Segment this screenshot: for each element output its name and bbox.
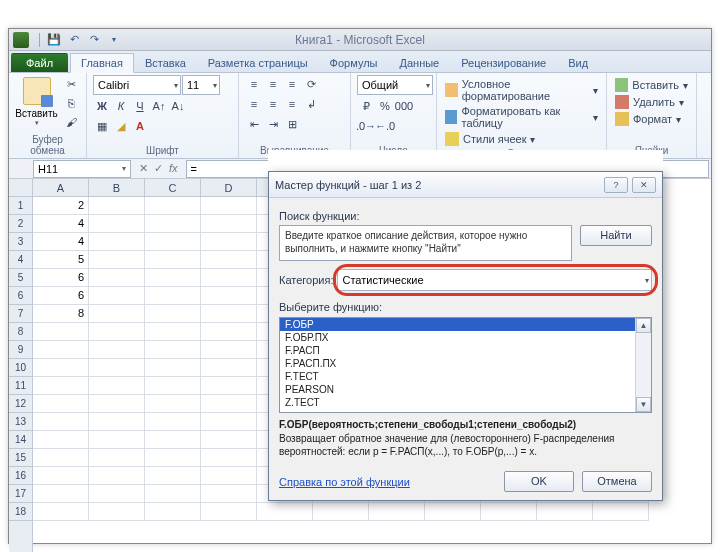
- delete-cells-button[interactable]: Удалить ▾: [613, 94, 690, 110]
- row-header[interactable]: 12: [9, 395, 32, 413]
- cut-icon[interactable]: ✂: [62, 75, 80, 93]
- cell[interactable]: [145, 431, 201, 449]
- cell[interactable]: [89, 269, 145, 287]
- cell[interactable]: [145, 449, 201, 467]
- cell[interactable]: [89, 395, 145, 413]
- cell[interactable]: [145, 305, 201, 323]
- increase-decimal-icon[interactable]: .0→: [357, 117, 375, 135]
- dialog-titlebar[interactable]: Мастер функций - шаг 1 из 2 ? ✕: [269, 172, 662, 198]
- row-header[interactable]: 17: [9, 485, 32, 503]
- cell[interactable]: [201, 467, 257, 485]
- row-header[interactable]: 14: [9, 431, 32, 449]
- cell[interactable]: [145, 269, 201, 287]
- ok-button[interactable]: OK: [504, 471, 574, 492]
- cell[interactable]: [89, 431, 145, 449]
- cell[interactable]: 2: [33, 197, 89, 215]
- function-list-item[interactable]: PEARSON: [280, 383, 651, 396]
- row-header[interactable]: 10: [9, 359, 32, 377]
- row-header[interactable]: 13: [9, 413, 32, 431]
- italic-button[interactable]: К: [112, 97, 130, 115]
- cell[interactable]: [145, 359, 201, 377]
- cell[interactable]: [145, 197, 201, 215]
- cell[interactable]: [145, 233, 201, 251]
- tab-review[interactable]: Рецензирование: [450, 53, 557, 72]
- cell[interactable]: [201, 233, 257, 251]
- function-list-item[interactable]: F.ОБР.ПХ: [280, 331, 651, 344]
- cell[interactable]: [313, 503, 369, 521]
- column-header[interactable]: A: [33, 179, 89, 196]
- cell[interactable]: [89, 359, 145, 377]
- cell[interactable]: [201, 341, 257, 359]
- cell[interactable]: [201, 305, 257, 323]
- tab-page-layout[interactable]: Разметка страницы: [197, 53, 319, 72]
- wrap-text-icon[interactable]: ↲: [302, 95, 320, 113]
- cell[interactable]: [89, 233, 145, 251]
- cell[interactable]: [89, 197, 145, 215]
- cell[interactable]: 5: [33, 251, 89, 269]
- cell[interactable]: [89, 413, 145, 431]
- cell[interactable]: [201, 377, 257, 395]
- comma-icon[interactable]: 000: [395, 97, 413, 115]
- insert-cells-button[interactable]: Вставить ▾: [613, 77, 690, 93]
- underline-button[interactable]: Ч: [131, 97, 149, 115]
- row-header[interactable]: 9: [9, 341, 32, 359]
- cell[interactable]: [145, 215, 201, 233]
- help-button[interactable]: ?: [604, 177, 628, 193]
- tab-view[interactable]: Вид: [557, 53, 599, 72]
- cell[interactable]: [89, 215, 145, 233]
- cell[interactable]: [201, 359, 257, 377]
- cell[interactable]: [201, 431, 257, 449]
- decrease-indent-icon[interactable]: ⇤: [245, 115, 263, 133]
- cell[interactable]: [33, 359, 89, 377]
- cell[interactable]: [369, 503, 425, 521]
- row-header[interactable]: 7: [9, 305, 32, 323]
- listbox-scrollbar[interactable]: ▲ ▼: [635, 318, 651, 412]
- cell[interactable]: [33, 413, 89, 431]
- cell[interactable]: 6: [33, 287, 89, 305]
- cell[interactable]: [145, 323, 201, 341]
- tab-insert[interactable]: Вставка: [134, 53, 197, 72]
- cell[interactable]: [145, 503, 201, 521]
- cell[interactable]: [201, 449, 257, 467]
- cell[interactable]: [33, 467, 89, 485]
- cell[interactable]: [201, 287, 257, 305]
- function-list-item[interactable]: F.РАСП: [280, 344, 651, 357]
- cell-styles-button[interactable]: Стили ячеек ▾: [443, 131, 600, 147]
- function-listbox[interactable]: F.ОБРF.ОБР.ПХF.РАСПF.РАСП.ПХF.ТЕСТPEARSO…: [279, 317, 652, 413]
- currency-icon[interactable]: ₽: [357, 97, 375, 115]
- cell[interactable]: [33, 395, 89, 413]
- qat-dropdown-icon[interactable]: ▾: [105, 31, 123, 49]
- align-center-icon[interactable]: ≡: [264, 95, 282, 113]
- cell[interactable]: [201, 251, 257, 269]
- function-list-item[interactable]: Z.ТЕСТ: [280, 396, 651, 409]
- cell[interactable]: [145, 467, 201, 485]
- cell[interactable]: [145, 485, 201, 503]
- cancel-formula-icon[interactable]: ✕: [139, 162, 148, 175]
- cell[interactable]: [201, 485, 257, 503]
- merge-icon[interactable]: ⊞: [283, 115, 301, 133]
- redo-icon[interactable]: ↷: [85, 31, 103, 49]
- scroll-up-icon[interactable]: ▲: [636, 318, 651, 333]
- cell[interactable]: [33, 341, 89, 359]
- cell[interactable]: [89, 377, 145, 395]
- cell[interactable]: [89, 467, 145, 485]
- row-header[interactable]: 16: [9, 467, 32, 485]
- cancel-button[interactable]: Отмена: [582, 471, 652, 492]
- row-header[interactable]: 18: [9, 503, 32, 521]
- fx-icon[interactable]: fx: [169, 162, 178, 175]
- cell[interactable]: [89, 485, 145, 503]
- tab-file[interactable]: Файл: [11, 53, 68, 72]
- cell[interactable]: [593, 503, 649, 521]
- fill-color-icon[interactable]: ◢: [112, 117, 130, 135]
- format-cells-button[interactable]: Формат ▾: [613, 111, 690, 127]
- cell[interactable]: [201, 503, 257, 521]
- row-header[interactable]: 4: [9, 251, 32, 269]
- cell[interactable]: [537, 503, 593, 521]
- cell[interactable]: [425, 503, 481, 521]
- cell[interactable]: [201, 413, 257, 431]
- cell[interactable]: [145, 341, 201, 359]
- align-bottom-icon[interactable]: ≡: [283, 75, 301, 93]
- cell[interactable]: [33, 377, 89, 395]
- cell[interactable]: [145, 377, 201, 395]
- cell[interactable]: [33, 323, 89, 341]
